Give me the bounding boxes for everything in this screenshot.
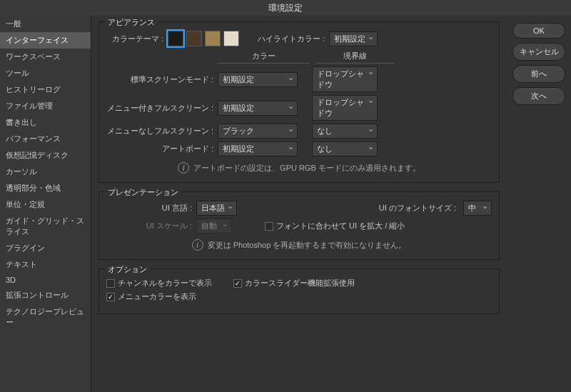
- presentation-note: i 変更は Photoshop を再起動するまで有効になりません。: [106, 239, 492, 251]
- presentation-note-text: 変更は Photoshop を再起動するまで有効になりません。: [208, 240, 407, 251]
- border-dropdown[interactable]: なし: [312, 124, 378, 139]
- options-section: オプション チャンネルをカラーで表示 カラースライダー機能拡張使用 メニューカラ…: [98, 268, 500, 314]
- sidebar-item[interactable]: ワークスペース: [0, 49, 91, 65]
- border-dropdown[interactable]: なし: [312, 141, 378, 156]
- info-icon: i: [178, 162, 189, 174]
- sidebar-item[interactable]: ツール: [0, 65, 91, 81]
- appearance-note-text: アートボードの設定は、GPU RGB モードにのみ適用されます。: [193, 163, 420, 174]
- section-title-presentation: プレゼンテーション: [105, 187, 181, 198]
- sidebar-item[interactable]: テクノロジープレビュー: [0, 303, 91, 331]
- presentation-section: プレゼンテーション UI 言語 : 日本語 UI のフォントサイズ : 中 UI…: [98, 191, 500, 260]
- theme-swatch[interactable]: [223, 31, 239, 46]
- checkbox-icon: [265, 222, 273, 231]
- screen-mode-row: アートボード :初期設定なし: [106, 141, 492, 156]
- chk-menu-color[interactable]: メニューカラーを表示: [106, 291, 196, 302]
- color-dropdown[interactable]: 初期設定: [218, 141, 298, 156]
- sidebar-item[interactable]: テキスト: [0, 256, 91, 273]
- appearance-section: アピアランス カラーテーマ : ハイライトカラー : 初期設定 カラー 境界線 …: [98, 21, 500, 183]
- color-theme-row: カラーテーマ : ハイライトカラー : 初期設定: [106, 31, 492, 46]
- window-body: 一般インターフェイスワークスペースツールヒストリーログファイル管理書き出しパフォ…: [0, 16, 571, 392]
- color-dropdown[interactable]: ブラック: [218, 124, 298, 139]
- screen-mode-rows: 標準スクリーンモード :初期設定ドロップシャドウメニュー付きフルスクリーン :初…: [106, 66, 492, 156]
- prev-button[interactable]: 前へ: [512, 65, 565, 83]
- col-color: カラー: [217, 51, 310, 64]
- highlight-dropdown[interactable]: 初期設定: [329, 31, 378, 46]
- checkbox-icon: [233, 279, 242, 288]
- sidebar-item[interactable]: 3D: [0, 273, 91, 287]
- row-label: メニュー付きフルスクリーン :: [106, 103, 213, 114]
- sidebar-item[interactable]: パフォーマンス: [0, 131, 91, 147]
- row-label: アートボード :: [106, 144, 213, 154]
- ui-lang-row: UI 言語 : 日本語 UI のフォントサイズ : 中: [106, 201, 492, 216]
- sidebar-item[interactable]: 仮想記憶ディスク: [0, 147, 91, 164]
- chk-label: カラースライダー機能拡張使用: [245, 278, 355, 288]
- ui-fontsize-label: UI のフォントサイズ :: [379, 203, 456, 213]
- ok-button[interactable]: OK: [512, 23, 565, 39]
- right-buttons: OK キャンセル 前へ 次へ: [507, 16, 571, 392]
- chk-label: メニューカラーを表示: [118, 291, 196, 302]
- cancel-button[interactable]: キャンセル: [512, 43, 565, 61]
- preferences-window: 環境設定 一般インターフェイスワークスペースツールヒストリーログファイル管理書き…: [0, 0, 571, 392]
- sidebar-item[interactable]: 一般: [0, 16, 91, 32]
- color-dropdown[interactable]: 初期設定: [218, 72, 298, 87]
- main-panel: アピアランス カラーテーマ : ハイライトカラー : 初期設定 カラー 境界線 …: [91, 16, 507, 392]
- ui-scale-label: UI スケール :: [106, 221, 192, 231]
- sidebar-item[interactable]: ガイド・グリッド・スライス: [0, 213, 91, 240]
- color-dropdown[interactable]: 初期設定: [218, 101, 298, 116]
- row-label: 標準スクリーンモード :: [106, 74, 213, 85]
- sidebar-item[interactable]: カーソル: [0, 164, 91, 180]
- highlight-label: ハイライトカラー :: [258, 34, 325, 44]
- color-theme-label: カラーテーマ :: [106, 34, 163, 44]
- appearance-note: i アートボードの設定は、GPU RGB モードにのみ適用されます。: [106, 162, 492, 174]
- sidebar-item[interactable]: 透明部分・色域: [0, 180, 91, 196]
- ui-scale-row: UI スケール : 自動 フォントに合わせて UI を拡大 / 縮小: [106, 218, 492, 233]
- border-dropdown[interactable]: ドロップシャドウ: [312, 95, 378, 121]
- theme-swatch[interactable]: [168, 31, 183, 46]
- checkbox-icon: [106, 293, 115, 301]
- screen-mode-row: メニューなしフルスクリーン :ブラックなし: [106, 124, 492, 139]
- sidebar-item[interactable]: ヒストリーログ: [0, 81, 91, 98]
- ui-lang-dropdown[interactable]: 日本語: [196, 201, 237, 216]
- theme-swatch[interactable]: [205, 31, 221, 46]
- sidebar-item[interactable]: インターフェイス: [0, 32, 91, 49]
- screen-mode-row: メニュー付きフルスクリーン :初期設定ドロップシャドウ: [106, 95, 492, 121]
- info-icon: i: [192, 239, 203, 251]
- sidebar-item[interactable]: ファイル管理: [0, 98, 91, 114]
- ui-scale-dropdown: 自動: [196, 218, 232, 233]
- options-row1: チャンネルをカラーで表示 カラースライダー機能拡張使用: [106, 278, 492, 288]
- section-title-options: オプション: [105, 264, 150, 275]
- screen-mode-row: 標準スクリーンモード :初期設定ドロップシャドウ: [106, 66, 492, 92]
- ui-fontsize-dropdown[interactable]: 中: [463, 201, 492, 216]
- chk-color-slider[interactable]: カラースライダー機能拡張使用: [233, 278, 355, 288]
- sidebar-item[interactable]: 単位・定規: [0, 196, 91, 213]
- options-row2: メニューカラーを表示: [106, 291, 492, 302]
- section-title-appearance: アピアランス: [105, 17, 158, 28]
- row-label: メニューなしフルスクリーン :: [106, 126, 213, 136]
- screen-mode-header: カラー 境界線: [106, 51, 492, 64]
- scale-to-fit-label: フォントに合わせて UI を拡大 / 縮小: [276, 221, 405, 231]
- next-button[interactable]: 次へ: [512, 87, 565, 105]
- sidebar-item[interactable]: 書き出し: [0, 114, 91, 131]
- scale-to-fit-checkbox[interactable]: フォントに合わせて UI を拡大 / 縮小: [265, 221, 405, 231]
- window-title: 環境設定: [0, 0, 571, 16]
- ui-lang-label: UI 言語 :: [106, 203, 192, 213]
- checkbox-icon: [106, 279, 115, 288]
- sidebar-item[interactable]: 拡張コントロール: [0, 287, 91, 303]
- sidebar-item[interactable]: プラグイン: [0, 240, 91, 256]
- col-border: 境界線: [315, 51, 394, 64]
- theme-swatches: [168, 31, 239, 46]
- border-dropdown[interactable]: ドロップシャドウ: [312, 66, 378, 92]
- chk-channel-color[interactable]: チャンネルをカラーで表示: [106, 278, 212, 288]
- chk-label: チャンネルをカラーで表示: [118, 278, 212, 288]
- theme-swatch[interactable]: [186, 31, 202, 46]
- sidebar: 一般インターフェイスワークスペースツールヒストリーログファイル管理書き出しパフォ…: [0, 16, 91, 392]
